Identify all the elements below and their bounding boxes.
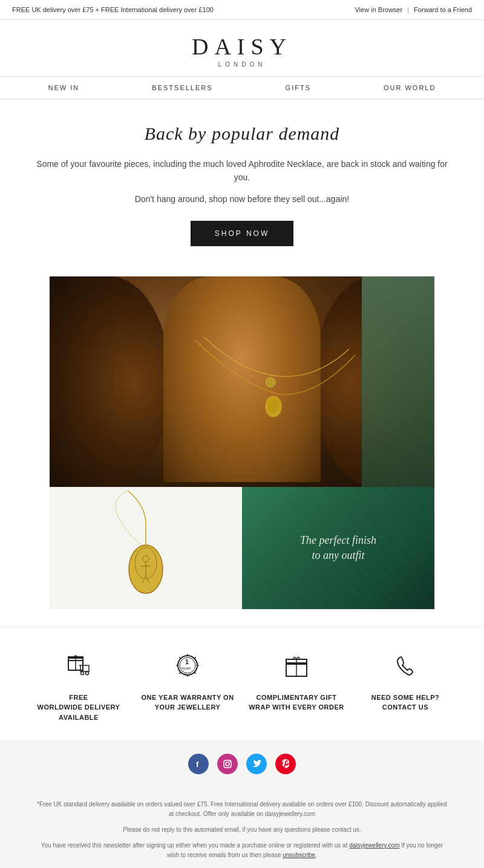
svg-text:1: 1 [185, 658, 189, 665]
footer-legal-3: You have received this newsletter after … [36, 841, 448, 860]
two-col-section: The perfect finish to any outfit [50, 487, 434, 609]
svg-point-30 [229, 761, 231, 762]
footer: *Free UK standard delivery available on … [0, 788, 484, 868]
delivery-icon [30, 652, 127, 685]
page-wrapper: FREE UK delivery over £75 + FREE Interna… [0, 0, 484, 868]
outfit-text-col: The perfect finish to any outfit [242, 487, 434, 609]
footer-legal-1: *Free UK standard delivery available on … [36, 800, 448, 819]
facebook-icon[interactable]: f [188, 754, 209, 774]
pinterest-icon[interactable] [275, 754, 296, 774]
separator: | [407, 6, 409, 13]
nav-item-our-world[interactable]: OUR WORLD [347, 84, 472, 91]
hero-title: Back by popular demand [36, 123, 448, 144]
hero-section: Back by popular demand Some of your favo… [0, 99, 484, 264]
nav-item-new-in[interactable]: NEW IN [12, 84, 116, 91]
top-bar-links: View in Browser | Forward to a Friend [355, 6, 472, 13]
feature-giftwrap: COMPLIMENTARY GIFTWRAP WITH EVERY ORDER [242, 652, 351, 713]
unsubscribe-link[interactable]: unsubscribe [283, 852, 315, 858]
svg-point-29 [226, 762, 229, 766]
instagram-icon[interactable] [217, 754, 238, 774]
shop-now-button[interactable]: SHOP NOW [191, 221, 293, 246]
delivery-notice: FREE UK delivery over £75 + FREE Interna… [12, 6, 214, 13]
footer-legal-2: Please do not reply to this automated em… [36, 825, 448, 835]
forward-to-friend-link[interactable]: Forward to a Friend [414, 6, 472, 13]
view-in-browser-link[interactable]: View in Browser [355, 6, 402, 13]
hero-body: Some of your favourite pieces, including… [36, 157, 448, 184]
social-section: f [0, 740, 484, 788]
svg-text:f: f [196, 760, 199, 769]
svg-point-16 [86, 671, 89, 674]
product-necklace-svg [91, 488, 200, 609]
giftwrap-icon [248, 652, 345, 685]
nav-item-bestsellers[interactable]: BESTSELLERS [116, 84, 249, 91]
main-hero-image [50, 276, 434, 487]
contact-text: NEED SOME HELP?CONTACT US [357, 693, 454, 713]
nav-item-gifts[interactable]: GIFTS [249, 84, 347, 91]
svg-point-26 [296, 658, 298, 660]
top-bar: FREE UK delivery over £75 + FREE Interna… [0, 0, 484, 20]
website-link[interactable]: daisyjewellery.com [349, 842, 399, 849]
svg-point-15 [81, 671, 84, 674]
logo-location: LONDON [0, 61, 484, 68]
warranty-text: ONE YEAR WARRANTY ONYOUR JEWELLERY [139, 693, 236, 713]
hero-cta: Don't hang around, shop now before they … [36, 194, 448, 204]
logo-area: DAISY LONDON [0, 20, 484, 76]
svg-point-2 [267, 397, 280, 413]
delivery-text: FREEWORLDWIDE DELIVERYAVAILABLE [30, 693, 127, 723]
twitter-icon[interactable] [246, 754, 267, 774]
giftwrap-text: COMPLIMENTARY GIFTWRAP WITH EVERY ORDER [248, 693, 345, 713]
social-icons: f [0, 754, 484, 774]
brand-logo[interactable]: DAISY [0, 33, 484, 60]
feature-contact: NEED SOME HELP?CONTACT US [351, 652, 460, 713]
contact-icon [357, 652, 454, 685]
features-grid: FREEWORLDWIDE DELIVERYAVAILABLE [12, 652, 472, 723]
nav-bar: NEW IN BESTSELLERS GIFTS OUR WORLD [0, 76, 484, 99]
feature-delivery: FREEWORLDWIDE DELIVERYAVAILABLE [24, 652, 133, 723]
svg-text:YEAR: YEAR [181, 667, 191, 670]
features-section: FREEWORLDWIDE DELIVERYAVAILABLE [0, 627, 484, 741]
product-image-col [50, 487, 242, 609]
feature-warranty: 1 YEAR ONE YEAR WARRANTY ONYOUR JEWELLER… [133, 652, 242, 713]
svg-point-0 [266, 377, 275, 387]
necklace-svg [50, 276, 434, 487]
warranty-icon: 1 YEAR [139, 652, 236, 685]
